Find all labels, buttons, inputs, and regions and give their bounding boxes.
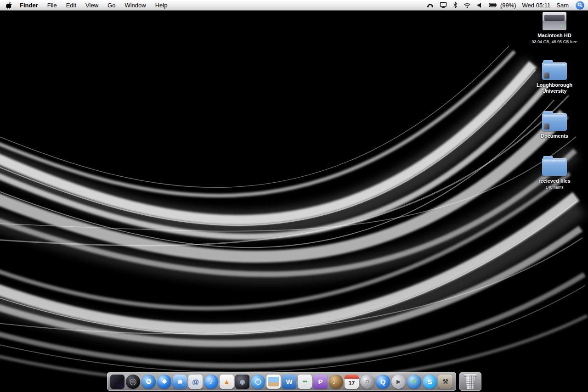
user-menu[interactable]: Sam xyxy=(556,2,569,9)
volume-icon[interactable] xyxy=(477,0,483,10)
desktop-icon-macintosh-hd[interactable]: Macintosh HD 93.04 GB, 48.95 GB free xyxy=(527,12,582,44)
finder-icon xyxy=(110,375,124,389)
itunes-icon: ♪ xyxy=(204,375,218,389)
folder-icon[interactable] xyxy=(542,62,567,80)
vlc-icon: ▲ xyxy=(220,375,234,389)
dock: ◎ ✪ ✵ ◉ @ ♪ ▲ ◉ ◯ W ●● xyxy=(0,372,588,391)
iweb-icon: ◯ xyxy=(251,375,265,389)
dock-item-vlc[interactable]: ▲ xyxy=(219,374,235,389)
menubar-clock[interactable]: Wed 05:11 xyxy=(522,2,551,9)
desktop-icon-column: Macintosh HD 93.04 GB, 48.95 GB free Lou… xyxy=(527,12,582,190)
front-row-icon: ▶ xyxy=(391,375,406,389)
mail-icon: @ xyxy=(188,375,203,389)
app-menu-finder[interactable]: Finder xyxy=(18,0,43,10)
spotlight-icon[interactable] xyxy=(576,1,584,10)
apple-logo-icon xyxy=(6,1,12,9)
folder-badge-icon xyxy=(544,73,549,78)
dock-item-trash[interactable] xyxy=(463,374,478,389)
display-status-icon[interactable] xyxy=(440,0,447,10)
word-icon: W xyxy=(282,375,296,389)
bluetooth-icon[interactable] xyxy=(453,0,458,10)
powerpoint-icon: P xyxy=(313,375,328,389)
google-earth-icon: ☘ xyxy=(407,375,421,389)
skype-icon: S xyxy=(423,375,437,389)
menubar: Finder File Edit View Go Window Help xyxy=(0,0,588,11)
apple-menu[interactable] xyxy=(0,0,18,10)
dock-apps-panel: ◎ ✪ ✵ ◉ @ ♪ ▲ ◉ ◯ W ●● xyxy=(107,372,456,391)
desktop-icon-loughborough-university[interactable]: Loughborough University xyxy=(527,60,582,95)
desktop-icon-documents[interactable]: Documents xyxy=(527,111,582,140)
azureus-icon: ✪ xyxy=(141,375,156,389)
dock-item-google-earth[interactable]: ☘ xyxy=(407,374,422,389)
menu-go[interactable]: Go xyxy=(103,0,120,10)
menu-view[interactable]: View xyxy=(81,0,103,10)
dock-item-dvd-player[interactable]: ○ xyxy=(360,374,375,389)
iphoto-icon xyxy=(266,375,281,389)
folder-icon[interactable] xyxy=(542,113,567,131)
dock-item-skype[interactable]: S xyxy=(422,374,438,389)
wifi-icon[interactable] xyxy=(464,0,471,10)
aperture-icon: ◎ xyxy=(126,375,140,389)
toolbox-icon: ⚒ xyxy=(438,375,452,389)
dock-item-word[interactable]: W xyxy=(282,374,297,389)
dock-item-iphoto[interactable] xyxy=(266,374,282,389)
desktop-icon-sublabel: 93.04 GB, 48.95 GB free xyxy=(531,39,577,44)
idvd-icon: ◉ xyxy=(235,375,249,389)
dock-item-aperture[interactable]: ◎ xyxy=(125,374,141,389)
dock-item-powerpoint[interactable]: P xyxy=(313,374,328,389)
dock-item-iweb[interactable]: ◯ xyxy=(250,374,266,389)
dock-item-ichat[interactable]: ◉ xyxy=(172,374,188,389)
menu-help[interactable]: Help xyxy=(151,0,172,10)
dock-item-finder[interactable] xyxy=(110,374,125,389)
dock-item-garageband[interactable]: ♩ xyxy=(328,374,344,389)
dock-item-idvd[interactable]: ◉ xyxy=(235,374,250,389)
dock-item-toolbox[interactable]: ⚒ xyxy=(438,374,453,389)
dock-item-mail[interactable]: @ xyxy=(188,374,204,389)
battery-percentage[interactable]: (99%) xyxy=(500,2,516,9)
dock-item-front-row[interactable]: ▶ xyxy=(391,374,407,389)
safari-icon: ✵ xyxy=(157,375,171,389)
desktop-wallpaper xyxy=(0,0,588,392)
trash-icon xyxy=(464,374,477,389)
dock-trash-panel xyxy=(459,372,481,391)
menu-edit[interactable]: Edit xyxy=(62,0,81,10)
desktop-icon-label: Documents xyxy=(541,133,568,139)
dock-item-ical[interactable]: 17 xyxy=(344,374,360,389)
menubar-menus: Finder File Edit View Go Window Help xyxy=(0,0,172,10)
dock-item-safari[interactable]: ✵ xyxy=(157,374,172,389)
ichat-icon: ◉ xyxy=(173,375,187,389)
messenger-icon: ●● xyxy=(298,375,312,389)
folder-icon[interactable] xyxy=(542,158,567,176)
quicktime-icon: Q xyxy=(376,375,390,389)
menubar-status: (99%) Wed 05:11 Sam xyxy=(427,0,588,10)
menu-window[interactable]: Window xyxy=(120,0,150,10)
desktop-icon-label: Macintosh HD xyxy=(537,33,571,39)
ical-icon: 17 xyxy=(345,375,359,389)
dock-item-messenger[interactable]: ●● xyxy=(297,374,313,389)
desktop-icon-sublabel: 148 items xyxy=(545,185,563,190)
dock-item-azureus[interactable]: ✪ xyxy=(141,374,157,389)
battery-icon[interactable] xyxy=(489,0,497,10)
dock-item-quicktime[interactable]: Q xyxy=(375,374,391,389)
dock-item-itunes[interactable]: ♪ xyxy=(204,374,219,389)
desktop-icon-label: recieved files xyxy=(538,178,571,184)
desktop-icon-recieved-files[interactable]: recieved files 148 items xyxy=(527,156,582,190)
hard-drive-icon[interactable] xyxy=(543,12,566,30)
garageband-icon: ♩ xyxy=(329,375,343,389)
menu-file[interactable]: File xyxy=(43,0,62,10)
desktop-icon-label: Loughborough University xyxy=(527,82,582,94)
folder-badge-icon xyxy=(544,123,549,129)
phone-status-icon[interactable] xyxy=(427,0,434,10)
dvd-player-icon: ○ xyxy=(360,375,374,389)
